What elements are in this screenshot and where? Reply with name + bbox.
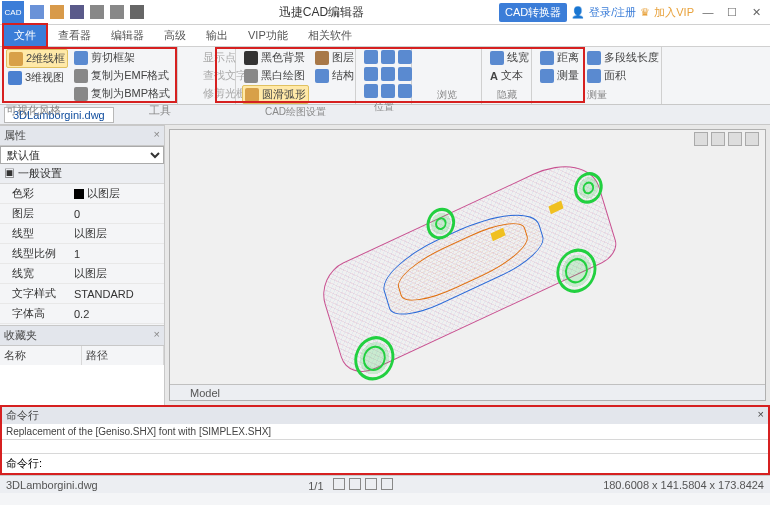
view-3d-button[interactable]: 3维视图 [6, 69, 68, 86]
panel-close-icon[interactable]: × [758, 408, 764, 423]
menu-output[interactable]: 输出 [196, 25, 238, 46]
ruler-icon [540, 51, 554, 65]
clip-frame-button[interactable]: 剪切框架 [72, 49, 172, 66]
properties-selector[interactable]: 默认值 [0, 146, 164, 164]
area-icon [587, 69, 601, 83]
close-button[interactable]: ✕ [746, 6, 766, 19]
point-icon [186, 51, 200, 65]
viewport-canvas[interactable]: Model [169, 129, 766, 401]
prop-row-layer[interactable]: 图层0 [0, 204, 164, 224]
copy-bmp-button[interactable]: 复制为BMP格式 [72, 85, 172, 102]
black-bg-button[interactable]: 黑色背景 [242, 49, 309, 66]
nav-icon [420, 67, 434, 81]
group-tools-label: 工具 [149, 103, 171, 118]
command-panel-header: 命令行× [2, 407, 768, 424]
status-icon[interactable] [333, 478, 345, 490]
viewport[interactable]: Model [165, 125, 770, 405]
polyline-length-button[interactable]: 多段线长度 [585, 49, 661, 66]
minimize-button[interactable]: — [698, 6, 718, 18]
command-input[interactable] [46, 458, 764, 470]
status-icon[interactable] [349, 478, 361, 490]
nav-tool-2[interactable] [418, 66, 470, 82]
model-tab[interactable]: Model [190, 387, 220, 399]
left-panel: 属性× 默认值 ▣ 一般设置 色彩以图层 图层0 线型以图层 线型比例1 线宽以… [0, 125, 165, 405]
status-coords: 180.6008 x 141.5804 x 173.8424 [603, 479, 764, 491]
model-tab-bar: Model [170, 384, 765, 400]
qat-print-icon[interactable] [130, 5, 144, 19]
qat-undo-icon[interactable] [90, 5, 104, 19]
struct-button[interactable]: 结构 [313, 67, 356, 84]
title-bar: CAD 迅捷CAD编辑器 CAD转换器 👤 登录/注册 ♛ 加入VIP — ☐ … [0, 0, 770, 25]
area-button[interactable]: 面积 [585, 67, 661, 84]
pos-tool-3[interactable] [362, 83, 414, 99]
cad-convert-button[interactable]: CAD转换器 [499, 3, 567, 22]
qat-save-icon[interactable] [70, 5, 84, 19]
app-logo: CAD [2, 1, 24, 23]
panel-close-icon[interactable]: × [154, 128, 160, 143]
measure-icon [540, 69, 554, 83]
status-bar: 3DLamborgini.dwg 1/1 180.6008 x 141.5804… [0, 475, 770, 493]
command-line: 命令行: [2, 454, 768, 473]
search-icon [186, 69, 200, 83]
group-position-label: 位置 [362, 100, 405, 114]
text-icon: A [490, 70, 498, 82]
login-link[interactable]: 登录/注册 [589, 5, 636, 20]
group-visual-style-label: 可视化风格 [6, 103, 61, 118]
copy-emf-button[interactable]: 复制为EMF格式 [72, 67, 172, 84]
menu-viewer[interactable]: 查看器 [48, 25, 101, 46]
zoom-icon [398, 67, 412, 81]
user-icon[interactable]: 👤 [571, 6, 585, 19]
quick-access-toolbar [30, 5, 144, 19]
prop-row-textheight[interactable]: 字体高0.2 [0, 304, 164, 324]
properties-panel-header: 属性× [0, 125, 164, 146]
panel-close-icon[interactable]: × [154, 328, 160, 343]
polyline-icon [587, 51, 601, 65]
status-icon[interactable] [381, 478, 393, 490]
zoom-icon [398, 50, 412, 64]
status-icon[interactable] [365, 478, 377, 490]
measure-button[interactable]: 测量 [538, 67, 581, 84]
prop-row-linescale[interactable]: 线型比例1 [0, 244, 164, 264]
layer-button[interactable]: 图层 [313, 49, 356, 66]
qat-redo-icon[interactable] [110, 5, 124, 19]
maximize-button[interactable]: ☐ [722, 6, 742, 19]
prop-row-textstyle[interactable]: 文字样式STANDARD [0, 284, 164, 304]
favorites-grid: 名称 路径 [0, 346, 164, 365]
linewidth-button[interactable]: 线宽 [488, 49, 531, 66]
crown-icon: ♛ [640, 6, 650, 19]
qat-open-icon[interactable] [50, 5, 64, 19]
vp-tool-icon[interactable] [694, 132, 708, 146]
command-prompt-label: 命令行: [6, 456, 42, 471]
prop-row-color[interactable]: 色彩以图层 [0, 184, 164, 204]
properties-category[interactable]: ▣ 一般设置 [0, 164, 164, 184]
pos-tool-1[interactable] [362, 49, 414, 65]
menu-advanced[interactable]: 高级 [154, 25, 196, 46]
nav-tool-1[interactable] [418, 49, 470, 65]
menu-file[interactable]: 文件 [2, 23, 48, 48]
zoom-icon [381, 67, 395, 81]
group-browse-label: 浏览 [418, 88, 475, 102]
menu-editor[interactable]: 编辑器 [101, 25, 154, 46]
text-button[interactable]: A文本 [488, 67, 531, 84]
cube3d-icon [8, 71, 22, 85]
zoom-icon [364, 84, 378, 98]
wireframe-2d-button[interactable]: 2维线框 [6, 49, 68, 68]
menu-plugins[interactable]: 相关软件 [298, 25, 362, 46]
smooth-arc-button[interactable]: 圆滑弧形 [242, 85, 309, 104]
qat-new-icon[interactable] [30, 5, 44, 19]
group-hide-label: 隐藏 [488, 88, 525, 102]
pos-tool-2[interactable] [362, 66, 414, 82]
viewport-tools [694, 132, 759, 146]
bw-draw-button[interactable]: 黑白绘图 [242, 67, 309, 84]
vp-tool-icon[interactable] [745, 132, 759, 146]
vip-button[interactable]: 加入VIP [654, 5, 694, 20]
menu-vip[interactable]: VIP功能 [238, 25, 298, 46]
distance-button[interactable]: 距离 [538, 49, 581, 66]
vp-tool-icon[interactable] [728, 132, 742, 146]
app-title: 迅捷CAD编辑器 [144, 4, 499, 21]
status-pages: 1/1 [308, 480, 323, 492]
prop-row-lineweight[interactable]: 线宽以图层 [0, 264, 164, 284]
vp-tool-icon[interactable] [711, 132, 725, 146]
prop-row-linetype[interactable]: 线型以图层 [0, 224, 164, 244]
color-swatch [74, 189, 84, 199]
